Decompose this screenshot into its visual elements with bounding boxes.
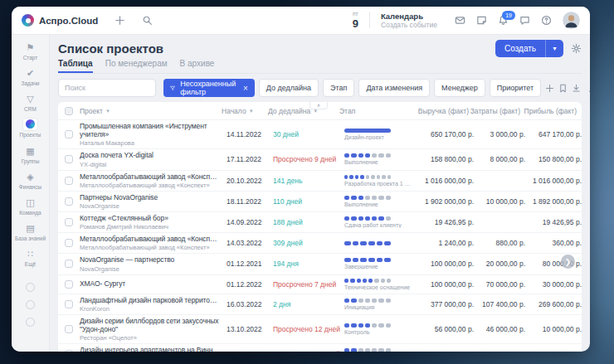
project-title[interactable]: Доска почета YX-digital xyxy=(80,151,220,159)
active-filter-chip[interactable]: Несохраненный фильтр × xyxy=(163,79,255,97)
notes-button[interactable] xyxy=(476,15,487,26)
chat-button[interactable] xyxy=(519,15,530,26)
project-title[interactable]: Дизайн серии биллбордов сети закусочных … xyxy=(80,317,220,333)
table-row[interactable]: ХМАО- Сургут01.12.2022Просрочено 7 днейТ… xyxy=(58,275,582,294)
row-checkbox[interactable] xyxy=(65,239,73,247)
create-button-label[interactable]: Создать xyxy=(495,40,546,57)
column-header-start[interactable]: Начало▼ xyxy=(222,107,268,115)
create-event-link[interactable]: Создать событие xyxy=(381,21,437,29)
extra-app-icon-1[interactable] xyxy=(26,283,35,292)
global-search-button[interactable] xyxy=(142,15,153,26)
mail-button[interactable] xyxy=(455,15,465,26)
bookmark-icon xyxy=(558,84,568,93)
deadline: 309 дней xyxy=(273,239,344,247)
tab-1[interactable]: По менеджерам xyxy=(105,59,168,73)
project-title[interactable]: NovaOrganise — партнерство xyxy=(80,255,220,264)
filter-button[interactable]: Дата изменения xyxy=(358,79,430,97)
table-row[interactable]: Дизайн серии биллбордов сети закусочных … xyxy=(58,315,582,344)
app-logo-icon[interactable] xyxy=(22,14,34,27)
project-title[interactable]: Коттедж «Стеклянный бор» xyxy=(80,214,220,222)
table-row[interactable]: Коттедж «Стеклянный бор»Романов Дмитрий … xyxy=(58,212,582,233)
add-filter-button[interactable] xyxy=(545,84,554,93)
row-checkbox[interactable] xyxy=(65,177,73,185)
sidebar-item-more[interactable]: ∷Ещё xyxy=(12,245,49,271)
project-title[interactable]: Ландшафтный дизайн парковой территории xyxy=(80,296,220,304)
table-row[interactable]: Металлообрабатывающий завод «Конспект»Ме… xyxy=(58,171,582,192)
table-row[interactable]: Промышленная компания «Инструмент учител… xyxy=(58,120,582,149)
table-row[interactable]: Ландшафтный дизайн парковой территорииKr… xyxy=(58,294,582,315)
filter-button[interactable]: Этап xyxy=(323,79,354,97)
select-all-checkbox[interactable] xyxy=(65,107,73,115)
user-avatar[interactable] xyxy=(563,12,580,29)
stage-progress xyxy=(344,258,391,262)
sidebar-item-knowledge[interactable]: ▤База знаний xyxy=(12,220,49,245)
search-input[interactable] xyxy=(58,79,156,97)
sidebar-item-finance[interactable]: ◈Финансы xyxy=(12,168,49,194)
column-header-costs[interactable]: Затраты (факт) xyxy=(469,107,520,115)
sidebar-item-crm[interactable]: ▽CRM xyxy=(12,90,49,116)
page-settings-button[interactable] xyxy=(571,43,582,54)
tab-2[interactable]: В архиве xyxy=(180,59,215,73)
project-title[interactable]: Металлообрабатывающий завод «Конспект» xyxy=(80,172,220,181)
sidebar-item-tasks[interactable]: ✔Задачи xyxy=(12,65,49,90)
column-header-deadline[interactable]: До дедлайна▼ xyxy=(268,107,339,115)
project-title[interactable]: ХМАО- Сургут xyxy=(80,279,220,288)
table-row[interactable]: Дизайн интерьера апартаментов на Винницк… xyxy=(58,344,582,352)
sidebar-item-projects[interactable]: Проекты xyxy=(12,116,49,142)
deadline: Просрочено 12 дней xyxy=(273,350,344,352)
gear-icon xyxy=(571,43,582,54)
filter-button[interactable]: Менеджер xyxy=(434,79,485,97)
table-row[interactable]: Партнеры NovaOrganiseNovaOrganise18.11.2… xyxy=(58,192,582,212)
revenue-cell: 19 426,95 р. xyxy=(421,218,474,226)
deadline: 194 дня xyxy=(273,260,344,268)
row-checkbox[interactable] xyxy=(65,260,73,268)
row-checkbox[interactable] xyxy=(65,300,73,308)
table-row[interactable]: NovaOrganise — партнерствоNovaOrganise01… xyxy=(58,254,582,274)
row-checkbox[interactable] xyxy=(65,130,73,138)
quick-add-button[interactable] xyxy=(115,15,125,26)
deadline: Просрочено 9 дней xyxy=(273,155,344,163)
project-title[interactable]: Металлообрабатывающий завод «Конспект» xyxy=(80,235,220,243)
deadline: 188 дней xyxy=(273,218,344,226)
extra-app-icon-3[interactable] xyxy=(26,318,35,327)
calendar-date-widget[interactable]: пт 9 xyxy=(353,12,358,29)
save-filter-button[interactable] xyxy=(558,84,568,93)
filter-button[interactable]: Приоритет xyxy=(490,79,541,97)
table-row[interactable]: Металлообрабатывающий завод «Конспект»Ме… xyxy=(58,233,582,254)
profit-cell: 269 600,00 р. xyxy=(525,300,582,308)
row-checkbox[interactable] xyxy=(65,350,73,352)
column-header-profit[interactable]: Прибыль (факт) xyxy=(520,107,577,115)
export-button[interactable] xyxy=(572,84,581,93)
scroll-right-button[interactable]: ❯ xyxy=(561,255,575,269)
column-header-project[interactable]: Проект▼ xyxy=(80,107,222,115)
row-checkbox[interactable] xyxy=(65,280,73,289)
project-title[interactable]: Партнеры NovaOrganise xyxy=(80,193,220,201)
column-header-stage[interactable]: Этап xyxy=(339,107,416,115)
tab-0[interactable]: Таблица xyxy=(58,59,93,73)
row-checkbox[interactable] xyxy=(65,325,73,333)
project-title[interactable]: Дизайн интерьера апартаментов на Винницк… xyxy=(80,346,220,352)
row-checkbox[interactable] xyxy=(65,155,73,163)
notification-badge: 19 xyxy=(502,11,515,20)
project-title[interactable]: Промышленная компания «Инструмент учител… xyxy=(80,122,220,138)
calendar-link[interactable]: Календарь xyxy=(381,12,437,21)
stage-progress xyxy=(344,153,391,158)
notifications-button[interactable]: 19 xyxy=(498,15,509,26)
row-checkbox[interactable] xyxy=(65,218,73,226)
row-checkbox[interactable] xyxy=(65,197,73,206)
sidebar-item-team[interactable]: ◫Команда xyxy=(12,194,49,220)
create-button[interactable]: Создать ▼ xyxy=(495,40,563,57)
create-dropdown-button[interactable]: ▼ xyxy=(546,40,563,57)
sidebar-item-start[interactable]: ⚑Старт xyxy=(12,39,49,65)
column-header-revenue[interactable]: Выручка (факт) xyxy=(416,107,469,115)
filter-chip-close-icon[interactable]: × xyxy=(243,84,248,93)
help-button[interactable] xyxy=(541,15,552,26)
filter-button[interactable]: До дедлайна xyxy=(259,79,319,97)
app-logo-text[interactable]: Аспро.Cloud xyxy=(39,16,98,26)
collapse-view-button[interactable] xyxy=(588,84,590,93)
collapse-header-button[interactable]: ∧ xyxy=(309,102,328,109)
sidebar-item-groups[interactable]: ▦Группы xyxy=(12,143,49,168)
extra-app-icon-2[interactable] xyxy=(26,300,35,309)
table-row[interactable]: Доска почета YX-digitalYX-digital17.11.2… xyxy=(58,149,582,170)
stage-progress xyxy=(344,298,391,303)
